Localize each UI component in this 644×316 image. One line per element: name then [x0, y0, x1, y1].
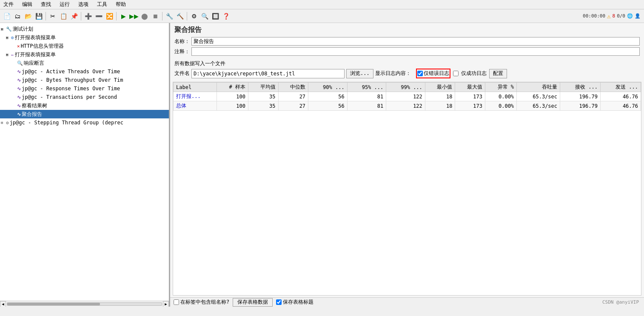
col-p90: 90% ... [308, 83, 348, 92]
menu-edit[interactable]: 编辑 [20, 0, 34, 9]
error-ratio: 0/0 [617, 13, 625, 19]
config-button[interactable]: 配置 [489, 69, 507, 78]
tree-container: ▣ 🔧 测试计划 ▣ ⊙ 打开报表填报菜单 ✕ HTTP信息头管理器 ▣ ✏ 打… [0, 23, 169, 301]
remote-start-button[interactable]: 🔧 [164, 11, 174, 21]
open-template-button[interactable]: 🗂 [12, 11, 23, 21]
save-header-label[interactable]: 保存表格标题 [276, 299, 313, 306]
agg-label: 聚合报告 [22, 111, 42, 118]
tree-item-response-assert[interactable]: 🔍 响应断言 [0, 59, 169, 67]
remote-icon: 🌐 [627, 13, 633, 19]
browse-button[interactable]: 浏览... [346, 69, 373, 78]
name-row: 名称： [174, 37, 640, 46]
table-cell: 56 [308, 92, 348, 101]
new-button[interactable]: 📄 [2, 11, 12, 21]
tree-item-thread-group[interactable]: ⊞ ⚙ jp@gc - Stepping Thread Group (depre… [0, 118, 169, 127]
comment-input[interactable] [191, 47, 640, 56]
tree-item-open-form-menu[interactable]: ▣ ⊙ 打开报表填报菜单 [0, 33, 169, 42]
scroll-right[interactable]: ▶ [163, 301, 169, 307]
open-button[interactable]: 📂 [23, 11, 33, 21]
active-icon: ∿ [17, 69, 21, 75]
tree-item-bytes-throughput[interactable]: ∿ jp@gc - Bytes Throughput Over Tim [0, 76, 169, 84]
stop-button[interactable]: ⬤ [140, 11, 150, 21]
tree-item-transactions[interactable]: ∿ jp@gc - Transactions per Second [0, 93, 169, 101]
file-section: 所有数据写入一个文件 文件名 浏览... 显示日志内容： 仅错误日志 仅成功日志… [170, 59, 644, 80]
shutdown-button[interactable]: ⏹ [150, 11, 160, 21]
include-group-checkbox[interactable] [174, 299, 179, 305]
col-label: Label [174, 83, 217, 92]
view-label: 察看结果树 [22, 102, 47, 109]
response-label: jp@gc - Response Times Over Time [22, 86, 120, 92]
tree-item-view-tree[interactable]: ∿ 察看结果树 [0, 101, 169, 110]
thread-icon: ⚙ [6, 120, 9, 126]
copy-button[interactable]: 📋 [58, 11, 68, 21]
tree-item-response-times[interactable]: ∿ jp@gc - Response Times Over Time [0, 84, 169, 93]
table-cell: 46.76 [600, 92, 641, 101]
menubar: 文件 编辑 查找 运行 选项 工具 帮助 [0, 0, 644, 9]
table-body: 打开报...10035275681122181730.00%65.3/sec19… [174, 92, 641, 111]
table-cell: 173 [455, 92, 485, 101]
function-button[interactable]: ⚙ [189, 11, 199, 21]
help-button[interactable]: ❓ [221, 11, 231, 21]
save-button[interactable]: 💾 [34, 11, 44, 21]
cut-button[interactable]: ✂ [48, 11, 58, 21]
scroll-left[interactable]: ◀ [0, 301, 6, 307]
open-form-icon: ⊙ [11, 35, 14, 40]
col-median: 中位数 [278, 83, 308, 92]
table-cell: 81 [347, 101, 386, 111]
report-header: 聚合报告 名称： 注释： [170, 23, 644, 59]
col-received: 接收 ... [560, 83, 601, 92]
file-row: 文件名 浏览... 显示日志内容： 仅错误日志 仅成功日志 配置 [174, 69, 640, 78]
run-button[interactable]: ▶ [118, 11, 128, 21]
error-log-checkbox[interactable] [417, 71, 423, 76]
paste-button[interactable]: 📌 [69, 11, 79, 21]
menu-find[interactable]: 查找 [39, 0, 53, 9]
table-cell: 46.76 [600, 101, 641, 111]
watermark: CSDN @anyiVIP [602, 299, 639, 305]
success-log-label[interactable]: 仅成功日志 [461, 70, 487, 77]
file-input[interactable] [191, 69, 345, 78]
sep5 [187, 12, 187, 20]
save-table-button[interactable]: 保存表格数据 [233, 298, 273, 307]
http-label: HTTP信息头管理器 [21, 43, 64, 50]
menu-options[interactable]: 选项 [77, 0, 90, 9]
active-label: jp@gc - Active Threads Over Time [22, 69, 120, 75]
expand-open-form: ▣ [6, 35, 11, 40]
clear-button[interactable]: 🔲 [210, 11, 220, 21]
error-log-label[interactable]: 仅错误日志 [424, 70, 449, 77]
search-button[interactable]: 🔍 [199, 11, 210, 21]
table-row: 打开报...10035275681122181730.00%65.3/sec19… [174, 92, 641, 101]
table-cell: 173 [455, 101, 485, 111]
name-input[interactable] [191, 37, 640, 46]
include-group-label[interactable]: 在标签中包含组名称? [174, 299, 229, 306]
tree-item-agg-report[interactable]: ∿ 聚合报告 [0, 110, 169, 118]
remote-all-button[interactable]: 🔨 [175, 11, 185, 21]
sep1 [46, 12, 46, 20]
table-cell: 81 [347, 92, 386, 101]
left-scrollbar: ◀ ▶ [0, 301, 169, 307]
tree-item-open-form-menu2[interactable]: ▣ ✏ 打开报表填报菜单 [0, 50, 169, 59]
tree-item-test-plan[interactable]: ▣ 🔧 测试计划 [0, 25, 169, 33]
transactions-label: jp@gc - Transactions per Second [22, 94, 117, 100]
menu-help[interactable]: 帮助 [114, 0, 128, 9]
scroll-track[interactable] [7, 302, 162, 306]
expand-button[interactable]: 🔀 [104, 11, 114, 21]
menu-run[interactable]: 运行 [58, 0, 71, 9]
menu-tools[interactable]: 工具 [95, 0, 109, 9]
run-nopause-button[interactable]: ▶▶ [129, 11, 139, 21]
assert-label: 响应断言 [24, 60, 44, 67]
remove-button[interactable]: ➖ [94, 11, 104, 21]
save-header-checkbox[interactable] [276, 299, 282, 305]
user-icon: 👤 [635, 13, 641, 19]
transactions-icon: ∿ [17, 95, 21, 100]
file-section-title: 所有数据写入一个文件 [174, 60, 640, 67]
comment-row: 注释： [174, 47, 640, 56]
menu-file[interactable]: 文件 [2, 0, 15, 9]
add-button[interactable]: ➕ [83, 11, 93, 21]
comment-label: 注释： [174, 48, 190, 55]
test-plan-icon: 🔧 [6, 26, 12, 32]
tree-item-http-header[interactable]: ✕ HTTP信息头管理器 [0, 42, 169, 50]
expand-response [12, 86, 17, 91]
tree-item-active-threads[interactable]: ∿ jp@gc - Active Threads Over Time [0, 67, 169, 76]
success-log-checkbox[interactable] [453, 71, 459, 76]
table-cell: 0.00% [485, 101, 516, 111]
